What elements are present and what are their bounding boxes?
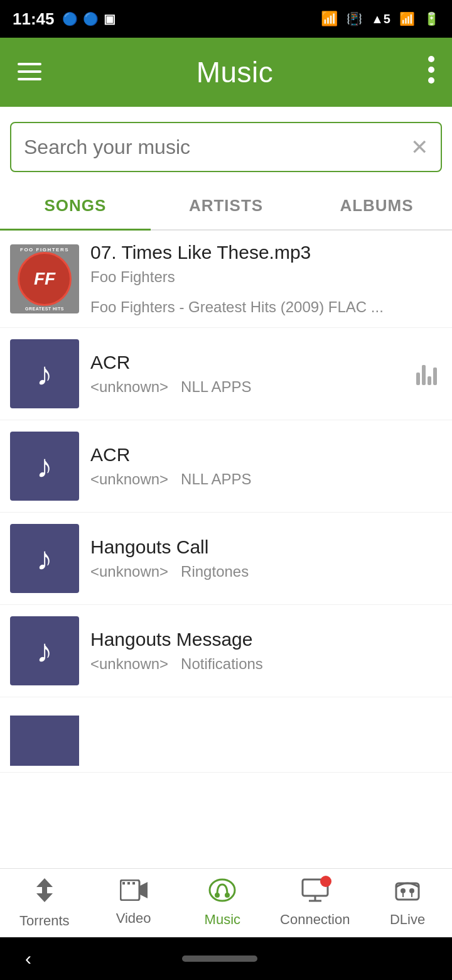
list-item[interactable] — [0, 697, 452, 773]
svg-rect-11 — [132, 882, 135, 885]
song-artist: <unknown> — [90, 655, 168, 673]
song-title: 07. Times Like These.mp3 — [90, 242, 431, 263]
song-album: NLL APPS — [181, 471, 252, 488]
playing-indicator — [416, 362, 437, 385]
tab-albums[interactable]: ALBUMS — [301, 182, 452, 229]
nav-dlive[interactable]: DLive — [376, 878, 439, 928]
svg-point-21 — [409, 888, 414, 893]
nav-connection[interactable]: Connection — [280, 878, 350, 928]
svg-point-15 — [225, 893, 230, 898]
list-item[interactable]: ♪ ACR <unknown> NLL APPS — [0, 420, 452, 513]
list-item[interactable]: ♪ Hangouts Message <unknown> Notificatio… — [0, 605, 452, 697]
list-item[interactable]: ♪ ACR <unknown> NLL APPS — [0, 328, 452, 420]
song-album: NLL APPS — [181, 378, 252, 396]
wifi-icon: ▲5 — [371, 12, 390, 26]
song-artist: <unknown> — [90, 563, 168, 580]
connection-badge — [320, 876, 331, 887]
bottom-nav: Torrents Video Music — [0, 868, 452, 937]
album-art: ♪ — [10, 339, 79, 408]
music-label: Music — [205, 912, 240, 928]
home-pill[interactable] — [182, 956, 257, 962]
song-title: ACR — [90, 352, 405, 373]
svg-point-20 — [401, 888, 406, 893]
signal-icon: 📶 — [399, 11, 415, 26]
song-artist: <unknown> — [90, 471, 168, 488]
app-bar: Music — [0, 38, 452, 107]
bluetooth-icon: 📶 — [321, 11, 338, 27]
album-art: FOO FIGHTERS FF GREATEST HITS — [10, 244, 79, 313]
song-album: Notifications — [181, 655, 263, 673]
clear-search-icon[interactable]: ✕ — [411, 134, 428, 160]
song-title: Hangouts Call — [90, 536, 431, 558]
battery-icon: 🔋 — [424, 11, 439, 26]
song-info: ACR <unknown> NLL APPS — [79, 352, 416, 396]
svg-marker-12 — [140, 882, 148, 898]
music-icon — [208, 878, 236, 908]
svg-rect-0 — [18, 63, 41, 65]
song-title: Hangouts Message — [90, 629, 431, 650]
svg-marker-7 — [36, 887, 53, 902]
svg-point-3 — [428, 56, 434, 62]
svg-point-4 — [428, 67, 434, 73]
song-album: Foo Fighters - Greatest Hits (2009) FLAC… — [90, 298, 384, 316]
song-album: Ringtones — [181, 563, 249, 580]
time: 11:45 — [13, 9, 55, 29]
list-item[interactable]: FOO FIGHTERS FF GREATEST HITS 07. Times … — [0, 231, 452, 328]
dlive-label: DLive — [390, 912, 425, 928]
android-nav-bar: ‹ — [0, 937, 452, 980]
torrents-label: Torrents — [19, 913, 69, 929]
album-art: ♪ — [10, 432, 79, 501]
video-icon — [120, 879, 148, 906]
music-note-icon: ♪ — [36, 540, 53, 577]
search-container: ✕ — [0, 107, 452, 182]
song-meta: <unknown> NLL APPS — [90, 471, 431, 488]
screen-icon: ▣ — [104, 11, 116, 26]
connection-label: Connection — [280, 912, 350, 928]
song-artist: <unknown> — [90, 378, 168, 396]
vpn2-icon: 🔵 — [83, 11, 99, 26]
music-note-icon: ♪ — [36, 632, 53, 670]
vibrate-icon: 📳 — [347, 11, 362, 26]
song-artist: Foo Fighters — [90, 268, 175, 286]
list-item[interactable]: ♪ Hangouts Call <unknown> Ringtones — [0, 513, 452, 605]
song-info: Hangouts Call <unknown> Ringtones — [79, 536, 442, 580]
ff-logo: FF — [34, 269, 55, 289]
album-art: ♪ — [10, 616, 79, 685]
album-art: ♪ — [10, 524, 79, 593]
music-note-icon: ♪ — [36, 355, 53, 393]
song-meta: Foo Fighters Foo Fighters - Greatest Hit… — [90, 268, 431, 316]
song-list: FOO FIGHTERS FF GREATEST HITS 07. Times … — [0, 231, 452, 892]
dlive-icon — [394, 878, 421, 908]
search-input[interactable] — [24, 136, 411, 159]
tab-bar: SONGS ARTISTS ALBUMS — [0, 182, 452, 231]
svg-rect-9 — [122, 882, 125, 885]
album-art-partial — [10, 716, 79, 766]
back-button[interactable]: ‹ — [25, 948, 31, 969]
svg-rect-10 — [127, 882, 130, 885]
nav-video[interactable]: Video — [102, 879, 165, 927]
svg-point-5 — [428, 77, 434, 84]
song-info: ACR <unknown> NLL APPS — [79, 444, 442, 488]
torrents-icon — [33, 877, 56, 909]
song-info: Hangouts Message <unknown> Notifications — [79, 629, 442, 673]
music-note-icon: ♪ — [36, 447, 53, 485]
status-left-icons: 🔵 🔵 ▣ — [62, 11, 116, 26]
tab-artists[interactable]: ARTISTS — [151, 182, 301, 229]
more-menu-button[interactable] — [428, 56, 434, 89]
hamburger-button[interactable] — [18, 59, 41, 86]
nav-torrents[interactable]: Torrents — [13, 877, 76, 929]
search-box: ✕ — [10, 122, 442, 172]
video-label: Video — [116, 910, 151, 927]
svg-rect-1 — [18, 70, 41, 73]
tab-songs[interactable]: SONGS — [0, 182, 151, 229]
song-title: ACR — [90, 444, 431, 466]
status-bar: 11:45 🔵 🔵 ▣ 📶 📳 ▲5 📶 🔋 — [0, 0, 452, 38]
app-title: Music — [196, 55, 274, 89]
svg-point-13 — [210, 879, 235, 901]
svg-rect-2 — [18, 78, 41, 80]
nav-music[interactable]: Music — [191, 878, 254, 928]
song-meta: <unknown> Notifications — [90, 655, 431, 673]
svg-point-14 — [215, 893, 220, 898]
song-meta: <unknown> Ringtones — [90, 563, 431, 580]
song-info: 07. Times Like These.mp3 Foo Fighters Fo… — [79, 242, 442, 316]
